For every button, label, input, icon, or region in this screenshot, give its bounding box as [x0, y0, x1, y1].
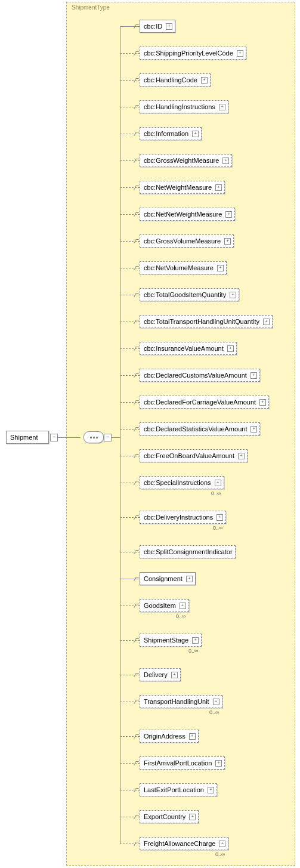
- expand-icon[interactable]: +: [215, 760, 222, 767]
- expand-icon[interactable]: +: [224, 238, 231, 245]
- child-element-label: cbc:HandlingCode: [144, 76, 197, 84]
- child-element-label: cbc:TotalTransportHandlingUnitQuantity: [144, 318, 259, 325]
- child-element-label: FirstArrivalPortLocation: [144, 759, 212, 767]
- expand-icon[interactable]: +: [215, 480, 221, 486]
- child-element-label: cbc:InsuranceValueAmount: [144, 345, 224, 352]
- root-element-node[interactable]: Shipment: [6, 431, 49, 444]
- child-element-node[interactable]: TransportHandlingUnit+: [140, 695, 222, 708]
- child-element-node[interactable]: cbc:FreeOnBoardValueAmount+: [140, 449, 248, 462]
- occurrence-label: 0..∞: [209, 709, 219, 715]
- child-element-node[interactable]: cbc:TotalTransportHandlingUnitQuantity+: [140, 315, 273, 328]
- child-element-node[interactable]: cbc:DeclaredCustomsValueAmount+: [140, 369, 260, 382]
- child-element-node[interactable]: cbc:NetNetWeightMeasure+: [140, 208, 235, 221]
- child-element-node[interactable]: cbc:HandlingInstructions+: [140, 100, 228, 113]
- child-element-label: cbc:HandlingInstructions: [144, 103, 215, 110]
- child-element-label: cbc:NetNetWeightMeasure: [144, 211, 222, 218]
- child-element-node[interactable]: ShipmentStage+: [140, 634, 202, 647]
- expand-icon[interactable]: +: [186, 576, 193, 582]
- child-element-node[interactable]: LastExitPortLocation+: [140, 783, 217, 796]
- child-element-node[interactable]: OriginAddress+: [140, 730, 199, 743]
- expand-icon[interactable]: +: [219, 841, 225, 847]
- child-element-node[interactable]: cbc:TotalGoodsItemQuantity+: [140, 288, 239, 301]
- connector: [58, 437, 81, 438]
- expand-icon[interactable]: +: [250, 426, 257, 433]
- expand-icon[interactable]: +: [259, 399, 266, 406]
- occurrence-label: 0..∞: [188, 648, 198, 654]
- expand-icon[interactable]: +: [250, 372, 257, 379]
- root-expander-icon[interactable]: −: [50, 434, 58, 441]
- sequence-dots-icon: [90, 437, 98, 438]
- expand-icon[interactable]: +: [225, 211, 232, 218]
- sequence-compositor[interactable]: [83, 431, 104, 443]
- expand-icon[interactable]: +: [189, 733, 196, 740]
- occurrence-label: 0..∞: [213, 525, 222, 531]
- expand-icon[interactable]: +: [219, 104, 225, 110]
- child-element-node[interactable]: cbc:ShippingPriorityLevelCode+: [140, 47, 246, 60]
- expand-icon[interactable]: +: [238, 453, 245, 459]
- child-element-label: ExportCountry: [144, 813, 185, 820]
- child-element-node[interactable]: ExportCountry+: [140, 810, 199, 823]
- child-element-label: cbc:Information: [144, 130, 188, 137]
- child-element-label: cbc:DeliveryInstructions: [144, 514, 213, 521]
- child-element-label: cbc:ShippingPriorityLevelCode: [144, 50, 233, 57]
- expand-icon[interactable]: +: [166, 23, 172, 30]
- expand-icon[interactable]: +: [171, 672, 178, 678]
- child-element-label: cbc:NetWeightMeasure: [144, 184, 212, 191]
- child-element-node[interactable]: cbc:NetWeightMeasure+: [140, 181, 225, 194]
- child-element-node[interactable]: cbc:ID+: [140, 20, 175, 33]
- expand-icon[interactable]: +: [237, 50, 243, 57]
- child-element-label: cbc:DeclaredCustomsValueAmount: [144, 372, 247, 379]
- child-element-label: cbc:TotalGoodsItemQuantity: [144, 291, 226, 298]
- connector: [112, 437, 120, 438]
- child-element-node[interactable]: cbc:DeclaredStatisticsValueAmount+: [140, 422, 260, 435]
- expand-icon[interactable]: +: [217, 514, 223, 521]
- child-element-label: cbc:GrossVolumeMeasure: [144, 237, 221, 245]
- child-element-label: TransportHandlingUnit: [144, 698, 209, 705]
- child-element-label: cbc:ID: [144, 23, 162, 30]
- expand-icon[interactable]: +: [192, 131, 199, 137]
- expand-icon[interactable]: +: [263, 319, 270, 325]
- expand-icon[interactable]: +: [192, 637, 199, 644]
- child-element-node[interactable]: cbc:InsuranceValueAmount+: [140, 342, 237, 355]
- expand-icon[interactable]: +: [230, 292, 236, 298]
- expand-icon[interactable]: +: [189, 814, 196, 820]
- child-element-node[interactable]: cbc:DeclaredForCarriageValueAmount+: [140, 396, 269, 409]
- expand-icon[interactable]: +: [213, 699, 219, 705]
- expand-icon[interactable]: +: [217, 265, 224, 271]
- connector-vertical: [120, 26, 120, 844]
- child-element-node[interactable]: cbc:GrossWeightMeasure+: [140, 154, 232, 167]
- child-element-label: FreightAllowanceCharge: [144, 840, 215, 847]
- child-element-node[interactable]: Delivery+: [140, 668, 181, 681]
- child-element-label: Delivery: [144, 671, 168, 678]
- child-element-label: ShipmentStage: [144, 637, 188, 644]
- child-element-node[interactable]: cbc:GrossVolumeMeasure+: [140, 234, 234, 248]
- expand-icon[interactable]: +: [222, 157, 229, 164]
- child-element-node[interactable]: cbc:NetVolumeMeasure+: [140, 261, 227, 274]
- child-element-node[interactable]: FreightAllowanceCharge+: [140, 837, 228, 850]
- child-element-label: LastExitPortLocation: [144, 786, 204, 793]
- child-element-label: cbc:SplitConsignmentIndicator: [144, 548, 233, 555]
- occurrence-label: 0..∞: [215, 851, 225, 857]
- child-element-node[interactable]: cbc:SplitConsignmentIndicator: [140, 545, 236, 558]
- expand-icon[interactable]: +: [227, 345, 234, 352]
- child-element-node[interactable]: cbc:HandlingCode+: [140, 73, 211, 87]
- child-element-node[interactable]: GoodsItem+: [140, 599, 189, 612]
- expand-icon[interactable]: +: [201, 77, 208, 84]
- child-element-label: cbc:FreeOnBoardValueAmount: [144, 452, 234, 459]
- expand-icon[interactable]: +: [208, 787, 214, 793]
- child-element-node[interactable]: cbc:DeliveryInstructions+: [140, 511, 226, 524]
- expand-icon[interactable]: +: [180, 603, 186, 609]
- type-name-label: ShipmentType: [72, 4, 110, 11]
- child-element-label: cbc:NetVolumeMeasure: [144, 264, 214, 271]
- expand-icon[interactable]: +: [215, 184, 222, 191]
- child-element-node[interactable]: FirstArrivalPortLocation+: [140, 756, 225, 770]
- child-element-node[interactable]: Consignment+: [140, 572, 196, 585]
- child-element-node[interactable]: cbc:SpecialInstructions+: [140, 476, 224, 489]
- root-element-label: Shipment: [10, 434, 38, 441]
- occurrence-label: 0..∞: [211, 490, 221, 496]
- child-element-label: OriginAddress: [144, 733, 185, 740]
- child-element-node[interactable]: cbc:Information+: [140, 127, 202, 140]
- occurrence-label: 0..∞: [176, 613, 185, 619]
- child-element-label: cbc:DeclaredForCarriageValueAmount: [144, 399, 256, 406]
- sequence-expander-icon[interactable]: −: [104, 434, 112, 441]
